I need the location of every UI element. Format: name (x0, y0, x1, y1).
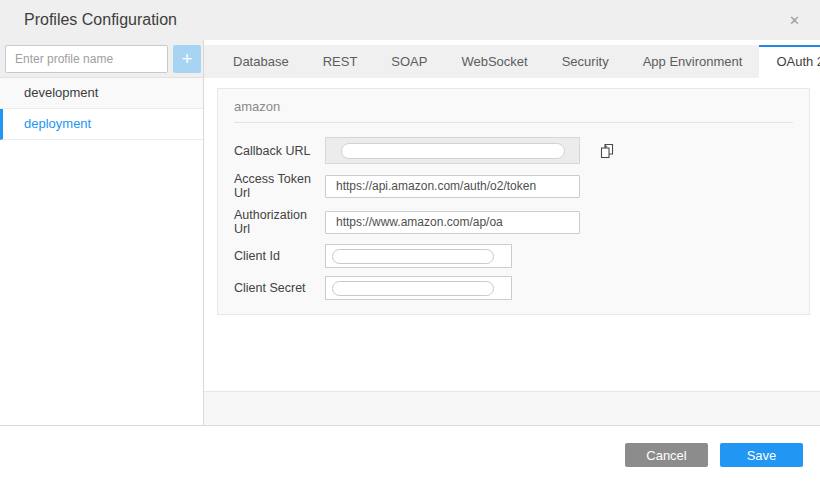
tab-rest[interactable]: REST (306, 45, 375, 78)
amazon-oauth-panel: amazon Callback URL (217, 88, 810, 315)
dialog-header: Profiles Configuration ✕ (0, 0, 820, 40)
access-token-url-label: Access Token Url (234, 172, 325, 200)
authorization-url-label: Authorization Url (234, 208, 325, 236)
tab-security[interactable]: Security (545, 45, 626, 78)
oauth-tab-content: amazon Callback URL (204, 78, 820, 391)
cancel-button[interactable]: Cancel (625, 443, 708, 467)
client-id-input[interactable] (325, 244, 512, 268)
tab-oauth-2-0[interactable]: OAuth 2.0 (759, 45, 820, 78)
redacted-value-pill (332, 249, 494, 264)
callback-url-field[interactable] (325, 137, 580, 164)
client-id-label: Client Id (234, 249, 325, 263)
close-icon[interactable]: ✕ (783, 10, 806, 31)
callback-url-label: Callback URL (234, 144, 325, 158)
profile-list: development deployment (0, 78, 203, 140)
tab-app-environment[interactable]: App Environment (626, 45, 760, 78)
profiles-sidebar: + development deployment (0, 40, 204, 425)
profiles-configuration-dialog: Profiles Configuration ✕ + development d… (0, 0, 820, 484)
field-row-access-token-url: Access Token Url (234, 172, 793, 200)
client-secret-label: Client Secret (234, 281, 325, 295)
dialog-action-bar: Cancel Save (0, 426, 820, 484)
client-secret-input[interactable] (325, 276, 512, 300)
copy-callback-url-button[interactable] (596, 140, 618, 162)
authorization-url-input[interactable] (325, 211, 580, 234)
save-button[interactable]: Save (720, 443, 803, 467)
access-token-url-input[interactable] (325, 175, 580, 198)
section-divider (234, 122, 793, 123)
section-title: amazon (234, 99, 793, 114)
tab-database[interactable]: Database (216, 45, 306, 78)
content-footer-strip (204, 391, 820, 425)
profile-name-input[interactable] (5, 45, 168, 73)
dialog-title: Profiles Configuration (24, 11, 177, 29)
oauth-form: Callback URL (234, 137, 793, 300)
field-row-client-id: Client Id (234, 244, 793, 268)
sidebar-add-profile-section: + (0, 40, 203, 78)
field-row-authorization-url: Authorization Url (234, 208, 793, 236)
tab-soap[interactable]: SOAP (374, 45, 444, 78)
tab-bar: Database REST SOAP WebSocket Security Ap… (204, 45, 820, 78)
dialog-body: + development deployment Database REST S… (0, 40, 820, 426)
field-row-callback-url: Callback URL (234, 137, 793, 164)
copy-icon (597, 141, 617, 161)
redacted-value-pill (341, 143, 565, 159)
sidebar-item-deployment[interactable]: deployment (0, 109, 203, 140)
add-profile-button[interactable]: + (173, 45, 201, 73)
tab-websocket[interactable]: WebSocket (444, 45, 544, 78)
profile-content: Database REST SOAP WebSocket Security Ap… (204, 40, 820, 425)
redacted-value-pill (332, 281, 494, 296)
field-row-client-secret: Client Secret (234, 276, 793, 300)
sidebar-item-development[interactable]: development (0, 78, 203, 109)
